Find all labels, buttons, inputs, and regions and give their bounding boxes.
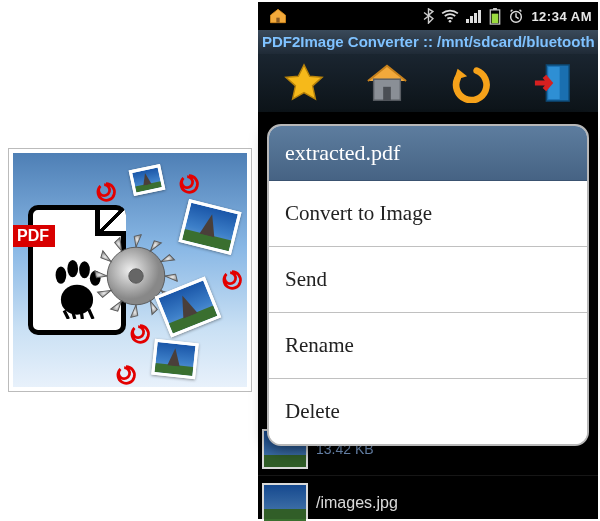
phone-frame: 12:34 AM PDF2Image Converter :: /mnt/sdc… (258, 2, 598, 519)
svg-point-2 (67, 260, 78, 277)
svg-rect-7 (276, 18, 279, 23)
svg-rect-15 (492, 13, 499, 22)
status-time: 12:34 AM (531, 9, 592, 24)
bluetooth-icon (423, 8, 434, 24)
status-bar: 12:34 AM (258, 2, 598, 30)
swirl-icon (178, 173, 200, 195)
back-button[interactable] (442, 58, 498, 108)
svg-point-6 (129, 269, 143, 283)
photo-icon (151, 339, 199, 379)
swirl-icon (129, 323, 151, 345)
menu-item-convert[interactable]: Convert to Image (269, 181, 587, 247)
wifi-icon (441, 9, 459, 23)
swirl-icon (221, 269, 243, 291)
menu-item-rename[interactable]: Rename (269, 313, 587, 379)
signal-icon (466, 9, 482, 23)
svg-point-1 (56, 267, 67, 284)
svg-point-8 (449, 20, 452, 23)
swirl-icon (95, 181, 117, 203)
favorites-button[interactable] (276, 58, 332, 108)
svg-point-3 (79, 261, 90, 278)
toolbar (258, 54, 598, 112)
pdf-badge: PDF (11, 225, 55, 247)
exit-button[interactable] (525, 58, 581, 108)
svg-rect-9 (466, 19, 469, 23)
home-indicator-icon (268, 7, 288, 25)
dialog-title: extracted.pdf (269, 126, 587, 181)
svg-rect-10 (470, 16, 473, 23)
app-icon: PDF (9, 149, 251, 391)
app-icon-container: PDF (8, 148, 252, 392)
home-button[interactable] (359, 58, 415, 108)
photo-icon (129, 164, 166, 196)
context-menu-dialog: extracted.pdf Convert to Image Send Rena… (267, 124, 589, 446)
swirl-icon (115, 364, 137, 386)
svg-rect-18 (383, 87, 391, 100)
photo-icon (178, 199, 241, 255)
menu-item-delete[interactable]: Delete (269, 379, 587, 444)
svg-rect-11 (474, 13, 477, 23)
app-area: PDF2Image Converter :: /mnt/sdcard/bluet… (258, 30, 598, 519)
menu-item-send[interactable]: Send (269, 247, 587, 313)
svg-rect-12 (478, 10, 481, 23)
battery-icon (489, 8, 501, 25)
alarm-icon (508, 8, 524, 24)
app-title-bar: PDF2Image Converter :: /mnt/sdcard/bluet… (258, 30, 598, 54)
